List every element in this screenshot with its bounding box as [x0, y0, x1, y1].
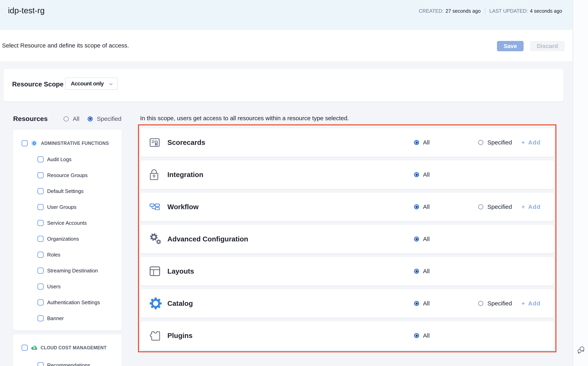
svg-text:$: $	[33, 346, 35, 350]
